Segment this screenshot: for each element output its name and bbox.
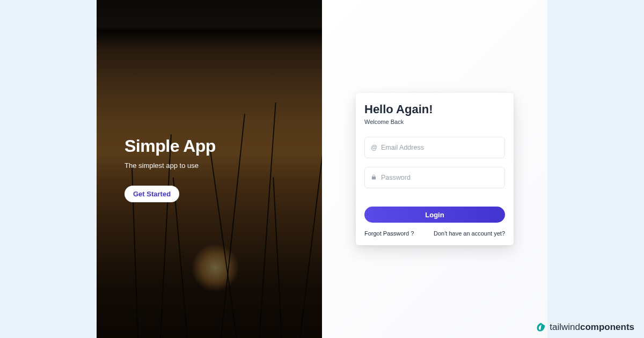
form-panel: Hello Again! Welcome Back @ Login Forgot… (322, 0, 547, 338)
hero-panel: Simple App The simplest app to use Get S… (97, 0, 322, 338)
app-window: Simple App The simplest app to use Get S… (97, 0, 547, 338)
login-button[interactable]: Login (364, 207, 505, 223)
login-links: Forgot Password ? Don't have an account … (364, 230, 505, 237)
email-field[interactable] (364, 137, 505, 158)
login-card: Hello Again! Welcome Back @ Login Forgot… (356, 93, 514, 245)
forgot-password-link[interactable]: Forgot Password ? (364, 230, 414, 237)
sunset-graphic (191, 244, 239, 292)
password-field-wrap (364, 167, 505, 188)
leaf-icon (536, 322, 546, 333)
hero-tagline: The simplest app to use (125, 161, 322, 170)
login-subtitle: Welcome Back (364, 119, 505, 125)
hero-title: Simple App (125, 136, 322, 156)
brand-text: tailwindcomponents (550, 322, 634, 333)
email-field-wrap: @ (364, 137, 505, 158)
brand-suffix: components (580, 322, 634, 332)
get-started-button[interactable]: Get Started (125, 186, 179, 202)
brand-footer: tailwindcomponents (536, 322, 634, 333)
lock-icon (371, 174, 377, 181)
password-field[interactable] (364, 167, 505, 188)
brand-prefix: tailwind (550, 322, 580, 332)
signup-link[interactable]: Don't have an account yet? (434, 230, 505, 237)
at-icon: @ (371, 144, 377, 151)
login-title: Hello Again! (364, 102, 505, 116)
